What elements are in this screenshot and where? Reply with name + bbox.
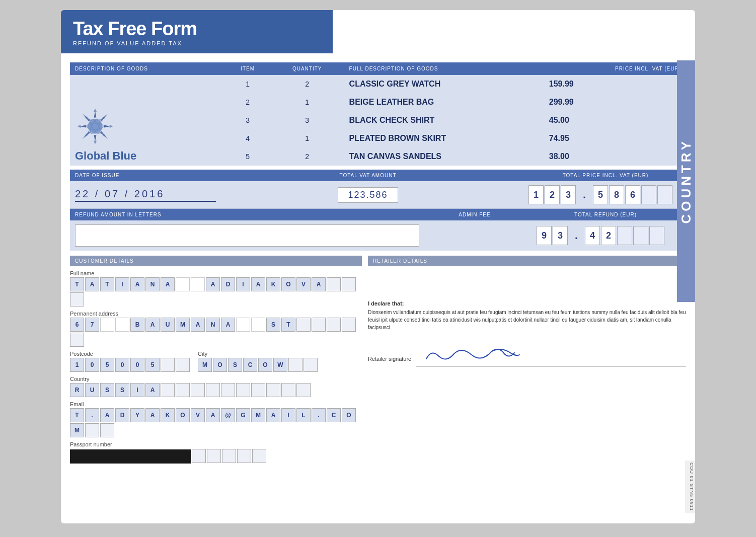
char-cell: O [258,358,272,372]
char-space [236,318,250,332]
brand-name: Global Blue [75,149,136,163]
char-empty [342,318,356,332]
char-space [115,318,129,332]
full-name-row: TATIANA ADIAKOVA [70,277,362,306]
char-empty [296,383,311,397]
item-2: 2 [225,93,270,111]
char-cell: @ [221,408,235,422]
char-empty [312,318,326,332]
country-field-label: Country [70,376,362,382]
char-cell: S [266,318,280,332]
declaration-title: I declare that; [368,300,686,306]
char-cell: I [281,408,295,422]
item-3: 3 [225,111,270,129]
refund-empty-1 [617,226,632,245]
digit-7: 6 [625,185,640,204]
char-cell: 6 [70,318,84,332]
refund-empty-2 [633,226,648,245]
postcode-area: Postcode 105005 [70,347,190,372]
svg-marker-3 [94,135,97,142]
svg-marker-2 [94,111,97,118]
char-cell: A [145,408,160,422]
total-refund-cells: 9 3 . 4 2 [520,226,681,245]
customer-header: CUSTOMER DETAILS [70,256,362,266]
char-empty [304,358,318,372]
char-empty [327,318,341,332]
passport-number-input[interactable] [70,449,191,464]
refund-digit-1: 9 [537,226,552,245]
char-cell: I [115,277,129,291]
char-cell: 5 [145,358,160,372]
char-cell: N [145,277,160,291]
char-cell: R [70,383,84,397]
char-empty [327,277,341,291]
char-space [176,277,190,291]
char-cell: G [236,408,250,422]
price-3: 45.00 [544,111,686,129]
char-cell: B [130,318,144,332]
email-row: T.ADYAKOVA@GMAIL.COM [70,408,362,437]
col-full-description: FULL DESCRIPTION OF GOODS [344,62,544,75]
vat-amount-value[interactable]: 123.586 [338,187,398,203]
char-cell: 7 [85,318,99,332]
svg-marker-15 [102,113,108,119]
city-area: City MOSCOW [198,347,318,372]
char-cell: A [206,277,220,291]
svg-marker-13 [110,125,113,128]
passport-cell [237,449,251,463]
char-cell: T [70,277,84,291]
char-cell: K [161,408,175,422]
desc-2: BEIGE LEATHER BAG [344,93,544,111]
total-refund-header: TOTAL REFUND (EUR) [525,209,686,220]
char-cell: 0 [130,358,144,372]
city-label: City [198,351,318,357]
char-cell: M [176,318,190,332]
char-cell: A [221,318,235,332]
goods-table: DESCRIPTION OF GOODS ITEM QUANTITY FULL … [70,62,686,166]
qty-4: 1 [270,129,344,147]
qty-2: 1 [270,93,344,111]
char-cell: O [213,358,227,372]
signature-area: Retailer signature [368,351,686,366]
refund-header-row: REFUND AMOUNT IN LETTERS ADMIN FEE TOTAL… [70,209,686,220]
header: Tax Free Form REFUND OF VALUE ADDED TAX [61,10,333,53]
char-cell: U [85,383,99,397]
char-cell: A [312,277,326,291]
char-empty [342,277,356,291]
refund-letters-input[interactable] [75,224,419,247]
signature-line [416,351,686,366]
digit-5: 5 [593,185,608,204]
retailer-inner: I declare that; Dionsenim vullandiatum q… [368,266,686,366]
char-empty [70,333,84,347]
signature-label: Retailer signature [368,356,411,362]
qty-1: 2 [270,75,344,93]
char-empty [296,318,311,332]
char-cell: L [296,408,311,422]
char-cell: A [130,277,144,291]
svg-marker-14 [82,113,88,119]
retailer-details: RETAILER DETAILS I declare that; Dionsen… [368,256,686,464]
postcode-row: 105005 [70,358,190,372]
retailer-header: RETAILER DETAILS [368,256,686,266]
form-container: Tax Free Form REFUND OF VALUE ADDED TAX … [61,10,695,523]
price-2: 299.99 [544,93,686,111]
global-blue-logo [75,106,115,146]
char-cell: O [281,277,295,291]
form-title: Tax Free Form [73,19,321,38]
char-cell: A [206,408,220,422]
char-empty [281,383,295,397]
digit-3: 3 [561,185,576,204]
col-description: DESCRIPTION OF GOODS [70,62,225,75]
svg-marker-12 [78,125,81,128]
char-space [191,277,205,291]
passport-cell [192,449,206,463]
char-empty [176,383,190,397]
char-cell: Y [130,408,144,422]
char-empty [288,358,303,372]
char-cell: M [198,358,212,372]
details-section: CUSTOMER DETAILS Full name TATIANA ADIAK… [61,256,695,464]
desc-1: CLASSIC GREY WATCH [344,75,544,93]
svg-marker-16 [82,133,88,139]
vat-data-row: 22 / 07 / 2016 123.586 1 2 3 . 5 8 6 [70,181,686,209]
qty-3: 3 [270,111,344,129]
